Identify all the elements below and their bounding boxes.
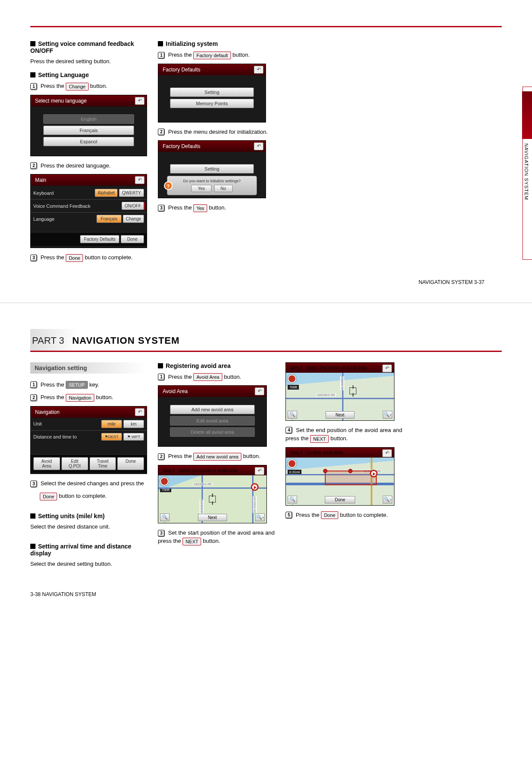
dest-button[interactable]: ⚑DEST: [101, 433, 122, 441]
question-icon: ?: [164, 181, 173, 190]
units-text: Select the desired distance unit.: [30, 523, 147, 531]
factory-defaults-button[interactable]: Factory Defaults: [80, 235, 119, 243]
nav-step2: 2 Press the Navigation button.: [30, 393, 147, 402]
step-marker-3: 3: [158, 530, 165, 537]
back-icon[interactable]: ↶: [135, 176, 144, 184]
road-label: GEDDES RD: [316, 394, 336, 397]
dist-time-label: Distance and time to: [33, 434, 100, 439]
next-button[interactable]: Next: [198, 514, 227, 521]
page-number-3-38: 3-38 NAVIGATION SYSTEM: [30, 591, 502, 597]
step-marker-2: 2: [158, 129, 165, 135]
back-icon[interactable]: ↶: [135, 97, 144, 105]
screenshot-select-language: Select menu language ↶ English Français …: [30, 95, 147, 156]
avoid-area-button[interactable]: Avoid Area: [33, 457, 60, 470]
corner-dot: [323, 469, 327, 473]
alphabet-button[interactable]: Alphabet: [95, 189, 118, 197]
page-bottom: PART 3 NAVIGATION SYSTEM Navigation sett…: [0, 303, 532, 615]
change-button[interactable]: Change: [123, 215, 144, 223]
back-icon[interactable]: ↶: [135, 408, 144, 416]
nav-setting-subhead: Navigation setting: [30, 362, 147, 374]
back-icon[interactable]: ↶: [382, 449, 392, 457]
done-button[interactable]: Done: [325, 496, 355, 503]
memory-points-button[interactable]: Memory Points: [170, 99, 254, 108]
compass-icon: [160, 477, 169, 486]
zoom-in-button[interactable]: 🔍+: [288, 496, 297, 503]
back-icon[interactable]: ↶: [382, 364, 392, 372]
map-canvas[interactable]: 0.31mi GEDDES RD 🔍+ 🔍- Done: [286, 458, 394, 505]
road-label: LEFORGE RD: [253, 496, 257, 513]
next-button-inline: NEXT: [183, 538, 201, 545]
page-top: NAVIGATION SYSTEM Setting voice command …: [0, 0, 532, 303]
map-canvas[interactable]: 700ft GEDDES RD OGMAN RD 🔍+ 🔍- Next: [286, 373, 394, 420]
step-marker-3: 3: [158, 205, 165, 212]
travel-time-button[interactable]: Travel Time: [90, 457, 116, 470]
factory-default-button-inline: Factory default: [193, 52, 231, 59]
part-title: NAVIGATION SYSTEM: [72, 335, 179, 346]
lang-option-english[interactable]: English: [43, 114, 135, 124]
setting-button[interactable]: Setting: [170, 164, 254, 174]
next-button[interactable]: Next: [326, 411, 355, 419]
screenshot-main: Main ↶ Keyboard Alphabet QWERTY Voice Co…: [30, 174, 147, 248]
part-header: PART 3 NAVIGATION SYSTEM: [30, 329, 502, 352]
side-thumb-tab: NAVIGATION SYSTEM: [522, 87, 532, 260]
done-button-inline: Done: [321, 511, 338, 519]
back-icon[interactable]: ↶: [254, 66, 263, 74]
zoom-out-button[interactable]: 🔍-: [383, 411, 392, 419]
add-avoid-button[interactable]: Add new avoid area: [170, 405, 255, 414]
wpt-button[interactable]: ⚑ WPT: [123, 433, 144, 441]
zoom-out-button[interactable]: 🔍-: [255, 513, 265, 521]
lang-option-francais[interactable]: Français: [43, 126, 135, 135]
setting-button[interactable]: Setting: [170, 87, 254, 97]
step-marker-1: 1: [30, 83, 37, 90]
ss-title: Main ↶: [31, 174, 147, 186]
next-button-inline: NEXT: [310, 435, 329, 443]
edit-qpoi-button[interactable]: Edit Q.POI: [61, 457, 88, 470]
road-label: GEDDES RD: [193, 483, 213, 486]
back-icon[interactable]: ↶: [255, 387, 264, 395]
qwerty-button[interactable]: QWERTY: [119, 189, 144, 197]
avoid-step1: 1 Press the Avoid Area button.: [158, 373, 275, 381]
onoff-button[interactable]: ON/OFF: [122, 202, 144, 210]
corner-marker: [251, 483, 259, 491]
step-marker-1: 1: [158, 374, 165, 381]
back-icon[interactable]: ↶: [254, 142, 263, 150]
avoid-step5: 5 Press the Done button to complete.: [285, 511, 402, 519]
init-step3: 3 Press the Yes button.: [158, 203, 275, 212]
lang-option-espanol[interactable]: Espanol: [43, 137, 135, 146]
step-marker-3: 3: [30, 255, 37, 261]
change-button-inline: Change: [66, 83, 89, 90]
zoom-in-button[interactable]: 🔍+: [288, 411, 297, 419]
done-button[interactable]: Done: [121, 235, 144, 243]
back-icon[interactable]: ↶: [255, 467, 264, 475]
done-button[interactable]: Done: [117, 457, 144, 470]
delete-avoid-button[interactable]: Delete all avoid area: [170, 427, 255, 437]
col-left: Setting voice command feedback ON/OFF Pr…: [30, 40, 147, 266]
init-step2: 2 Press the menu desired for initializat…: [158, 128, 275, 136]
yes-button-inline: Yes: [193, 204, 207, 212]
step-marker-1: 1: [158, 52, 165, 59]
mile-button[interactable]: mile: [101, 420, 122, 428]
nav-step3: 3 Select the desired changes and press t…: [30, 479, 147, 488]
init-step1: 1 Press the Factory default button.: [158, 51, 275, 59]
avoid-step2: 2 Press the Add new avoid area button.: [158, 452, 275, 461]
zoom-in-button[interactable]: 🔍+: [160, 513, 170, 521]
no-button[interactable]: No: [214, 185, 233, 192]
compass-icon: [288, 459, 296, 468]
km-button[interactable]: km: [123, 420, 144, 428]
screenshot-map-step1: Step 1 : Select 1st corner of avoid area…: [158, 465, 267, 523]
ss-title: Avoid Area ↶: [158, 386, 266, 397]
lang-step3: 3 Press the Done button to complete.: [30, 253, 147, 262]
ss-title: Navigation ↶: [31, 406, 147, 418]
map-canvas[interactable]: 700ft GEDDES RD SUPERIOR RD LEFORGE RD 🔍…: [158, 475, 266, 523]
done-button-inline: Done: [40, 493, 57, 500]
step-marker-2: 2: [30, 162, 37, 169]
p2-col3: Step 2 : Select 2nd corner of avoid area…: [285, 362, 402, 574]
zoom-out-button[interactable]: 🔍-: [383, 496, 392, 503]
heading-language: Setting Language: [30, 71, 147, 78]
edit-avoid-button[interactable]: Edit avoid area: [170, 416, 255, 426]
step-marker-3: 3: [30, 481, 37, 487]
screenshot-factory-defaults-2: Factory Defaults ↶ Setting ? Do you want…: [158, 140, 266, 198]
crosshair-icon: [349, 387, 356, 394]
row-keyboard-label: Keyboard: [33, 190, 93, 196]
yes-button[interactable]: Yes: [191, 185, 211, 192]
